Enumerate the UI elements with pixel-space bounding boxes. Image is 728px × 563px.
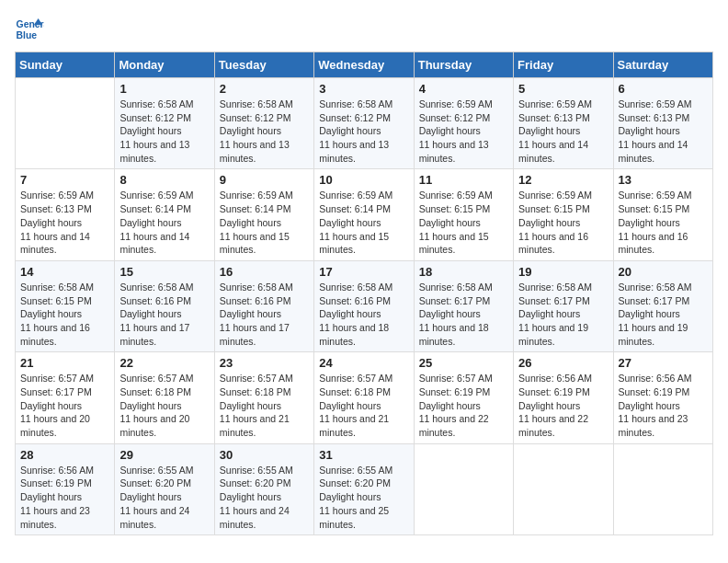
day-number: 14 (20, 265, 109, 279)
column-header-monday: Monday (115, 52, 214, 78)
logo-icon: General Blue (15, 15, 44, 44)
day-info: Sunrise: 6:57 AMSunset: 6:18 PMDaylight … (319, 372, 408, 439)
day-info: Sunrise: 6:58 AMSunset: 6:12 PMDaylight … (220, 98, 309, 165)
day-info: Sunrise: 6:58 AMSunset: 6:15 PMDaylight … (20, 281, 109, 348)
day-number: 6 (619, 82, 708, 96)
day-number: 29 (119, 448, 209, 462)
logo: General Blue (15, 15, 48, 44)
day-info: Sunrise: 6:55 AMSunset: 6:20 PMDaylight … (319, 464, 408, 531)
calendar-cell: 25Sunrise: 6:57 AMSunset: 6:19 PMDayligh… (414, 352, 513, 443)
day-info: Sunrise: 6:55 AMSunset: 6:20 PMDaylight … (220, 464, 309, 531)
calendar-cell: 15Sunrise: 6:58 AMSunset: 6:16 PMDayligh… (115, 260, 214, 351)
calendar-cell: 13Sunrise: 6:59 AMSunset: 6:15 PMDayligh… (613, 169, 712, 260)
day-info: Sunrise: 6:56 AMSunset: 6:19 PMDaylight … (518, 372, 608, 439)
calendar-cell: 23Sunrise: 6:57 AMSunset: 6:18 PMDayligh… (214, 352, 313, 443)
calendar-cell: 7Sunrise: 6:59 AMSunset: 6:13 PMDaylight… (16, 169, 115, 260)
day-number: 5 (518, 82, 608, 96)
calendar-week-4: 21Sunrise: 6:57 AMSunset: 6:17 PMDayligh… (16, 352, 713, 443)
calendar-cell (16, 78, 115, 169)
day-number: 30 (220, 448, 309, 462)
calendar-cell (414, 443, 513, 534)
calendar-cell: 10Sunrise: 6:59 AMSunset: 6:14 PMDayligh… (314, 169, 414, 260)
day-number: 27 (619, 356, 708, 370)
day-number: 26 (518, 356, 608, 370)
day-info: Sunrise: 6:59 AMSunset: 6:13 PMDaylight … (619, 98, 708, 165)
page-header: General Blue (15, 15, 713, 44)
day-info: Sunrise: 6:58 AMSunset: 6:17 PMDaylight … (619, 281, 708, 348)
calendar-cell: 5Sunrise: 6:59 AMSunset: 6:13 PMDaylight… (514, 78, 613, 169)
calendar-cell: 26Sunrise: 6:56 AMSunset: 6:19 PMDayligh… (514, 352, 613, 443)
calendar-cell: 21Sunrise: 6:57 AMSunset: 6:17 PMDayligh… (16, 352, 115, 443)
column-header-saturday: Saturday (613, 52, 712, 78)
day-info: Sunrise: 6:59 AMSunset: 6:15 PMDaylight … (518, 189, 608, 256)
day-info: Sunrise: 6:58 AMSunset: 6:16 PMDaylight … (319, 281, 408, 348)
day-info: Sunrise: 6:59 AMSunset: 6:14 PMDaylight … (319, 189, 408, 256)
column-header-sunday: Sunday (16, 52, 115, 78)
day-info: Sunrise: 6:59 AMSunset: 6:13 PMDaylight … (20, 189, 109, 256)
calendar-week-1: 1Sunrise: 6:58 AMSunset: 6:12 PMDaylight… (16, 78, 713, 169)
day-number: 15 (119, 265, 209, 279)
column-header-tuesday: Tuesday (214, 52, 313, 78)
calendar-cell: 20Sunrise: 6:58 AMSunset: 6:17 PMDayligh… (613, 260, 712, 351)
day-number: 3 (319, 82, 408, 96)
calendar-cell: 28Sunrise: 6:56 AMSunset: 6:19 PMDayligh… (16, 443, 115, 534)
day-info: Sunrise: 6:58 AMSunset: 6:17 PMDaylight … (518, 281, 608, 348)
column-header-friday: Friday (514, 52, 613, 78)
day-info: Sunrise: 6:59 AMSunset: 6:13 PMDaylight … (518, 98, 608, 165)
day-info: Sunrise: 6:58 AMSunset: 6:16 PMDaylight … (119, 281, 209, 348)
day-info: Sunrise: 6:55 AMSunset: 6:20 PMDaylight … (119, 464, 209, 531)
day-info: Sunrise: 6:58 AMSunset: 6:17 PMDaylight … (419, 281, 508, 348)
day-number: 11 (419, 173, 508, 187)
calendar-cell: 4Sunrise: 6:59 AMSunset: 6:12 PMDaylight… (414, 78, 513, 169)
calendar-cell: 17Sunrise: 6:58 AMSunset: 6:16 PMDayligh… (314, 260, 414, 351)
day-info: Sunrise: 6:59 AMSunset: 6:14 PMDaylight … (119, 189, 209, 256)
calendar-cell: 29Sunrise: 6:55 AMSunset: 6:20 PMDayligh… (115, 443, 214, 534)
calendar-cell: 31Sunrise: 6:55 AMSunset: 6:20 PMDayligh… (314, 443, 414, 534)
day-info: Sunrise: 6:59 AMSunset: 6:12 PMDaylight … (419, 98, 508, 165)
day-info: Sunrise: 6:57 AMSunset: 6:19 PMDaylight … (419, 372, 508, 439)
calendar-cell (613, 443, 712, 534)
calendar-cell: 1Sunrise: 6:58 AMSunset: 6:12 PMDaylight… (115, 78, 214, 169)
day-info: Sunrise: 6:59 AMSunset: 6:15 PMDaylight … (619, 189, 708, 256)
day-info: Sunrise: 6:58 AMSunset: 6:16 PMDaylight … (220, 281, 309, 348)
day-number: 8 (119, 173, 209, 187)
calendar-cell: 8Sunrise: 6:59 AMSunset: 6:14 PMDaylight… (115, 169, 214, 260)
day-number: 16 (220, 265, 309, 279)
calendar-week-5: 28Sunrise: 6:56 AMSunset: 6:19 PMDayligh… (16, 443, 713, 534)
day-number: 25 (419, 356, 508, 370)
day-number: 23 (220, 356, 309, 370)
calendar-week-2: 7Sunrise: 6:59 AMSunset: 6:13 PMDaylight… (16, 169, 713, 260)
calendar-cell (514, 443, 613, 534)
day-number: 10 (319, 173, 408, 187)
calendar-cell: 9Sunrise: 6:59 AMSunset: 6:14 PMDaylight… (214, 169, 313, 260)
day-info: Sunrise: 6:56 AMSunset: 6:19 PMDaylight … (20, 464, 109, 531)
day-info: Sunrise: 6:58 AMSunset: 6:12 PMDaylight … (319, 98, 408, 165)
column-header-thursday: Thursday (414, 52, 513, 78)
day-number: 18 (419, 265, 508, 279)
day-number: 19 (518, 265, 608, 279)
calendar-cell: 30Sunrise: 6:55 AMSunset: 6:20 PMDayligh… (214, 443, 313, 534)
day-number: 28 (20, 448, 109, 462)
day-number: 7 (20, 173, 109, 187)
day-number: 22 (119, 356, 209, 370)
day-number: 9 (220, 173, 309, 187)
svg-text:Blue: Blue (17, 30, 38, 40)
day-info: Sunrise: 6:57 AMSunset: 6:17 PMDaylight … (20, 372, 109, 439)
calendar-cell: 11Sunrise: 6:59 AMSunset: 6:15 PMDayligh… (414, 169, 513, 260)
day-number: 1 (119, 82, 209, 96)
day-info: Sunrise: 6:59 AMSunset: 6:14 PMDaylight … (220, 189, 309, 256)
day-number: 17 (319, 265, 408, 279)
day-number: 12 (518, 173, 608, 187)
calendar-cell: 18Sunrise: 6:58 AMSunset: 6:17 PMDayligh… (414, 260, 513, 351)
day-number: 21 (20, 356, 109, 370)
day-number: 20 (619, 265, 708, 279)
calendar-header-row: SundayMondayTuesdayWednesdayThursdayFrid… (16, 52, 713, 78)
day-number: 31 (319, 448, 408, 462)
calendar-cell: 2Sunrise: 6:58 AMSunset: 6:12 PMDaylight… (214, 78, 313, 169)
day-info: Sunrise: 6:57 AMSunset: 6:18 PMDaylight … (119, 372, 209, 439)
day-info: Sunrise: 6:57 AMSunset: 6:18 PMDaylight … (220, 372, 309, 439)
day-number: 24 (319, 356, 408, 370)
calendar-week-3: 14Sunrise: 6:58 AMSunset: 6:15 PMDayligh… (16, 260, 713, 351)
calendar-cell: 22Sunrise: 6:57 AMSunset: 6:18 PMDayligh… (115, 352, 214, 443)
column-header-wednesday: Wednesday (314, 52, 414, 78)
